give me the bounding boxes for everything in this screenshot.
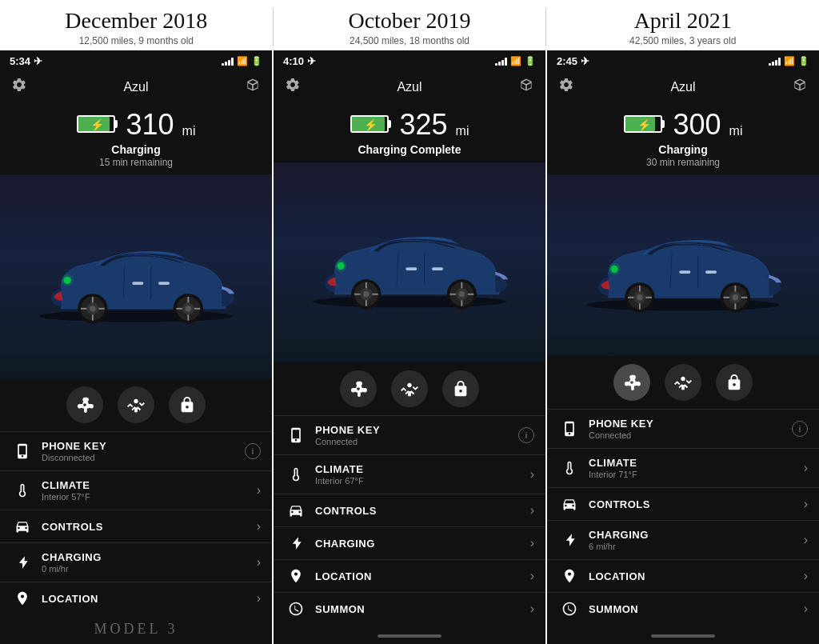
info-button-phone-2[interactable]: i [792,421,808,437]
menu-title-charging-1: CHARGING [315,538,530,550]
menu-item-controls-2[interactable]: CONTROLS › [547,487,819,520]
menu-sub-climate-0: Interior 57°F [42,492,257,502]
signal-bar-2 [225,62,227,66]
menu-icon-controls-2 [558,496,581,512]
status-icons-0: 📶 🔋 [222,56,262,66]
menu-item-summon-1[interactable]: SUMMON › [274,592,545,625]
chevron-location-0: › [257,591,261,606]
lock-button-2[interactable] [716,364,753,401]
svg-rect-71 [705,270,717,274]
menu-item-location-0[interactable]: LOCATION › [0,582,272,614]
menu-title-controls-2: CONTROLS [589,498,804,510]
menu-item-location-2[interactable]: LOCATION › [547,559,819,592]
menu-content-summon-1: SUMMON [315,603,530,615]
menu-title-climate-2: CLIMATE [589,457,804,469]
battery-bolt-2: ⚡ [637,118,651,131]
menu-title-summon-2: SUMMON [589,603,804,615]
menu-item-phone-2[interactable]: PHONE KEY Connected i [547,409,819,448]
menu-item-climate-1[interactable]: CLIMATE Interior 67°F › [274,454,545,494]
menu-item-location-1[interactable]: LOCATION › [274,559,545,592]
menu-sub-climate-1: Interior 67°F [315,476,530,486]
car-image-area-1 [274,162,545,362]
menu-right-climate-1: › [530,467,534,482]
menu-title-summon-1: SUMMON [315,603,530,615]
box-icon-1[interactable] [518,77,534,97]
menu-item-phone-0[interactable]: PHONE KEY Disconnected i [0,431,272,470]
header-title-1: October 2019 [274,8,546,34]
svg-rect-22 [132,282,143,285]
chevron-controls-0: › [257,519,261,534]
menu-icon-phone-0 [11,443,34,459]
signal-bar-3 [775,60,777,66]
battery-section-2: ⚡ 300 mi Charging 30 min remaining [547,103,819,174]
battery-miles-0: 310 [126,108,174,142]
menu-icon-summon-2 [558,601,581,617]
defrost-button-0[interactable] [118,386,154,423]
menu-icon-charging-0 [11,554,34,570]
menu-item-summon-2[interactable]: SUMMON › [547,592,819,625]
menu-content-controls-1: CONTROLS [315,505,530,517]
box-icon-0[interactable] [245,77,261,97]
defrost-button-1[interactable] [391,370,428,407]
box-icon-2[interactable] [792,77,808,97]
charge-status-2: Charging [558,143,808,156]
signal-bar-4 [505,58,507,66]
top-bar-0: Azul [0,70,272,103]
menu-item-climate-0[interactable]: CLIMATE Interior 57°F › [0,470,272,510]
info-button-phone-1[interactable]: i [518,427,534,443]
top-bar-2: Azul [547,70,819,103]
menu-item-charging-2[interactable]: CHARGING 6 mi/hr › [547,520,819,559]
menu-item-charging-0[interactable]: CHARGING 0 mi/hr › [0,542,272,582]
header-cell-0: December 2018 12,500 miles, 9 months old [0,8,274,46]
menu-item-controls-1[interactable]: CONTROLS › [274,494,545,526]
gear-icon-2[interactable] [558,77,574,97]
info-button-phone-0[interactable]: i [245,443,261,459]
gear-icon-1[interactable] [285,77,301,97]
svg-point-55 [637,294,642,300]
menu-sub-phone-0: Disconnected [42,453,245,462]
menu-right-charging-1: › [530,536,534,550]
signal-bar-1 [222,63,224,66]
menu-right-controls-0: › [257,519,261,534]
menu-icon-location-1 [285,568,307,584]
menu-list-0: PHONE KEY Disconnected i CLIMATE Interio… [0,431,272,614]
defrost-button-2[interactable] [665,364,701,401]
battery-unit-0: mi [182,124,196,138]
svg-rect-70 [679,270,690,274]
menu-content-climate-1: CLIMATE Interior 67°F [315,463,530,486]
menu-sub-charging-0: 0 mi/hr [42,564,257,574]
svg-point-0 [39,310,234,322]
gear-icon-0[interactable] [11,77,27,97]
svg-point-7 [90,306,95,311]
menu-content-phone-0: PHONE KEY Disconnected [42,440,245,462]
lock-button-0[interactable] [169,386,206,423]
signal-bar-3 [501,60,504,66]
menu-item-climate-2[interactable]: CLIMATE Interior 71°F › [547,448,819,487]
menu-item-charging-1[interactable]: CHARGING › [274,526,545,559]
menu-right-controls-1: › [530,503,534,518]
svg-point-11 [186,306,191,311]
menu-right-summon-2: › [804,602,808,616]
battery-unit-1: mi [456,124,469,138]
status-bar-0: 5:34 ✈ 📶 🔋 [0,50,272,70]
wifi-icon-2: 📶 [784,56,795,66]
control-buttons-1 [274,362,545,415]
menu-item-phone-1[interactable]: PHONE KEY Connected i [274,415,545,454]
lock-button-1[interactable] [442,370,479,407]
menu-icon-summon-1 [285,601,307,617]
status-bar-1: 4:10 ✈ 📶 🔋 [274,50,545,70]
menu-content-location-0: LOCATION [42,593,257,605]
header-cell-1: October 2019 24,500 miles, 18 months old [274,8,547,46]
menu-icon-location-0 [11,590,34,606]
menu-content-summon-2: SUMMON [589,603,804,615]
car-svg-1 [298,214,521,310]
menu-right-phone-0: i [245,443,261,459]
menu-icon-phone-2 [558,421,581,437]
menu-title-phone-1: PHONE KEY [315,424,518,436]
menu-content-phone-1: PHONE KEY Connected [315,424,518,446]
fan-button-2[interactable] [613,364,650,401]
menu-sub-charging-2: 6 mi/hr [589,542,804,551]
fan-button-0[interactable] [66,386,103,423]
fan-button-1[interactable] [340,370,377,407]
menu-item-controls-0[interactable]: CONTROLS › [0,510,272,542]
